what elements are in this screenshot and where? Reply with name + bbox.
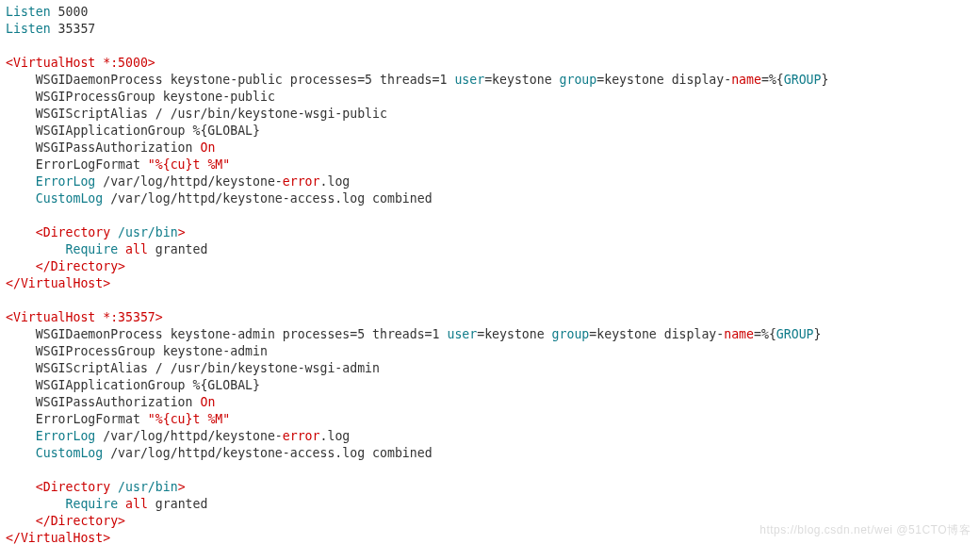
token-plain: =keystone display- <box>596 73 731 87</box>
token-red: </VirtualHost> <box>6 531 110 544</box>
token-red: error <box>283 429 320 443</box>
token-plain: =%{ <box>761 73 784 87</box>
token-plain <box>118 242 125 256</box>
token-kw: Listen <box>6 22 51 36</box>
token-kw: ErrorLog <box>36 429 96 443</box>
token-kw: user <box>454 73 484 87</box>
token-plain <box>6 191 36 206</box>
token-red: On <box>200 395 215 409</box>
token-plain: /var/log/httpd/keystone-access.log combi… <box>103 191 432 206</box>
token-plain: /var/log/httpd/keystone-access.log combi… <box>103 446 432 460</box>
token-plain: } <box>814 327 822 341</box>
token-red: </Directory> <box>36 514 125 528</box>
token-kw: group <box>560 73 597 87</box>
token-kw: CustomLog <box>36 446 103 460</box>
token-red: </VirtualHost> <box>6 276 110 290</box>
token-red: </Directory> <box>36 259 125 273</box>
token-red: name <box>724 327 754 341</box>
token-plain: 35357 <box>51 22 96 36</box>
token-red: "%{cu}t %M" <box>148 157 230 172</box>
token-plain: ErrorLogFormat <box>6 157 148 172</box>
token-plain: WSGIPassAuthorization <box>6 140 200 155</box>
token-red: all <box>125 497 148 511</box>
token-kw: ErrorLog <box>36 174 96 189</box>
token-plain <box>6 259 36 273</box>
token-red: <VirtualHost *:35357> <box>6 310 163 324</box>
token-kw: Require <box>66 497 119 511</box>
token-red: "%{cu}t %M" <box>148 412 230 426</box>
token-plain: /var/log/httpd/keystone- <box>95 174 283 189</box>
token-plain <box>6 497 66 511</box>
token-plain: =keystone <box>477 327 551 341</box>
token-plain: .log <box>320 174 351 189</box>
token-plain: 5000 <box>51 5 89 19</box>
token-plain: WSGIProcessGroup keystone-public <box>6 90 275 104</box>
token-plain: } <box>821 73 828 87</box>
token-red: <Directory <box>36 225 118 239</box>
token-plain <box>6 480 36 494</box>
token-plain <box>6 514 36 528</box>
token-plain: WSGIPassAuthorization <box>6 395 200 409</box>
token-plain: WSGIScriptAlias / /usr/bin/keystone-wsgi… <box>6 107 387 121</box>
token-grp: GROUP <box>784 73 822 87</box>
token-plain <box>6 225 36 239</box>
token-kw: Require <box>66 242 119 256</box>
token-plain: =keystone display- <box>589 327 724 341</box>
token-plain <box>6 429 36 443</box>
token-grp: GROUP <box>776 327 814 341</box>
token-plain: WSGIProcessGroup keystone-admin <box>6 344 268 358</box>
token-red: all <box>125 242 148 256</box>
token-red: <Directory <box>36 480 118 494</box>
token-red: name <box>731 73 761 87</box>
token-plain: WSGIApplicationGroup %{GLOBAL} <box>6 378 260 392</box>
token-red: > <box>178 480 186 494</box>
token-plain: WSGIApplicationGroup %{GLOBAL} <box>6 124 260 138</box>
token-kw: Listen <box>6 5 51 19</box>
token-plain: /var/log/httpd/keystone- <box>95 429 283 443</box>
token-plain: WSGIDaemonProcess keystone-admin process… <box>6 327 447 341</box>
token-red: On <box>200 140 215 155</box>
token-red: > <box>178 225 186 239</box>
token-plain: .log <box>320 429 351 443</box>
token-plain: =%{ <box>754 327 776 341</box>
token-red: error <box>283 174 320 189</box>
token-kw: user <box>447 327 477 341</box>
token-plain <box>6 446 36 460</box>
token-red: <VirtualHost *:5000> <box>6 56 155 70</box>
token-plain <box>6 174 36 189</box>
token-kw: group <box>552 327 590 341</box>
token-kw: /usr/bin <box>118 480 178 494</box>
token-kw: CustomLog <box>36 191 103 206</box>
token-plain: granted <box>148 497 208 511</box>
token-plain: WSGIDaemonProcess keystone-public proces… <box>6 73 454 87</box>
token-plain: WSGIScriptAlias / /usr/bin/keystone-wsgi… <box>6 361 380 375</box>
token-plain <box>118 497 125 511</box>
token-plain: =keystone <box>484 73 559 87</box>
token-kw: /usr/bin <box>118 225 178 239</box>
apache-config-code-block: Listen 5000 Listen 35357 <VirtualHost *:… <box>0 0 980 544</box>
token-plain: granted <box>148 242 208 256</box>
token-plain: ErrorLogFormat <box>6 412 148 426</box>
token-plain <box>6 242 66 256</box>
